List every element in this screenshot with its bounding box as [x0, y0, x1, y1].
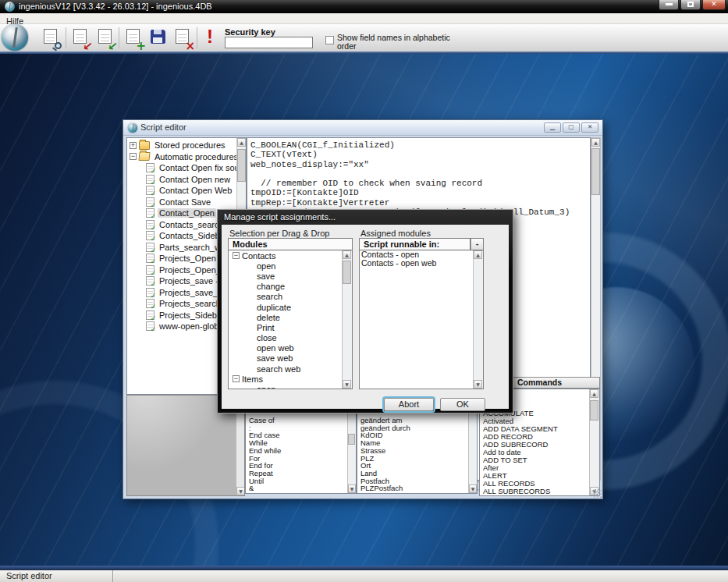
menu-hilfe[interactable]: Hilfe — [0, 16, 30, 26]
scroll-up-icon[interactable]: ▲ — [474, 250, 482, 259]
alphabetic-order-label: Show field names in alphabetic order — [337, 34, 458, 51]
ok-button[interactable]: OK — [440, 398, 485, 411]
window-close-button[interactable]: ✕ — [581, 122, 598, 133]
item-label: open web — [257, 343, 294, 353]
item-label: open — [257, 261, 275, 271]
module-item[interactable]: search — [229, 292, 342, 302]
red-x-icon: × — [185, 41, 195, 51]
keyword-item[interactable]: End while — [247, 447, 346, 455]
code-line[interactable]: tmpRep:=[Kontakte]Vertreter — [250, 198, 590, 208]
item-label: delete — [257, 313, 280, 322]
tree-item[interactable]: −Automatic procedures — [127, 151, 246, 163]
code-line[interactable]: tmpOID:=[Kontakte]OID — [250, 188, 590, 197]
minimize-button[interactable] — [659, 0, 679, 10]
keyword-item[interactable]: & — [247, 484, 346, 492]
tree-item[interactable]: Contact Open new — [127, 174, 246, 186]
scroll-up-icon[interactable]: ▲ — [590, 389, 598, 398]
expander-plus-icon[interactable]: + — [130, 142, 137, 149]
module-item[interactable]: search web — [229, 364, 342, 374]
window-minimize-button[interactable]: ▁ — [544, 122, 561, 133]
item-label: save — [257, 271, 275, 281]
export-script-button[interactable]: ← — [95, 27, 117, 49]
code-line[interactable]: web_notes_display:="xx" — [250, 160, 590, 169]
module-item[interactable]: −Contacts — [229, 250, 342, 261]
tree-item[interactable]: Contact Save — [127, 197, 246, 208]
module-item[interactable]: open — [229, 384, 342, 389]
remove-assignment-button[interactable]: - — [471, 239, 483, 250]
expander-minus-icon[interactable]: − — [130, 153, 137, 160]
module-item[interactable]: open — [229, 261, 342, 271]
scroll-thumb[interactable] — [237, 149, 246, 182]
module-item[interactable]: open web — [229, 343, 342, 353]
execute-exclamation-icon[interactable]: ! — [203, 27, 217, 48]
close-button[interactable]: ✕ — [702, 0, 726, 10]
security-key-input[interactable] — [225, 37, 313, 48]
scroll-down-icon[interactable]: ▼ — [236, 487, 245, 495]
fields-scrollbar[interactable]: ▼ — [468, 407, 477, 493]
code-line[interactable]: C_TEXT(vText) — [250, 150, 590, 159]
save-script-button[interactable] — [147, 27, 169, 49]
scroll-up-icon[interactable]: ▲ — [237, 138, 246, 147]
script-icon — [146, 197, 154, 207]
scroll-down-icon[interactable]: ▼ — [348, 484, 356, 493]
module-item[interactable]: duplicate — [229, 302, 342, 312]
module-item[interactable]: −Items — [229, 374, 342, 384]
item-label: Stored procedures — [153, 140, 227, 150]
modules-scrollbar[interactable]: ▲ ▼ — [342, 250, 352, 389]
code-line[interactable]: // remember OID to check when svaing rec… — [250, 179, 590, 188]
module-item[interactable]: save web — [229, 353, 342, 364]
field-item[interactable]: Tel — [358, 492, 467, 493]
new-script-button[interactable]: + — [123, 27, 145, 49]
statusbar-window-name[interactable]: Script editor — [0, 570, 113, 582]
tree-item[interactable]: Contact Open fix source — [127, 162, 246, 174]
item-label: search — [257, 292, 282, 301]
scroll-thumb[interactable] — [591, 148, 600, 195]
keywords-scrollbar[interactable]: ▼ — [347, 407, 356, 493]
dialog-titlebar[interactable]: Manage script assignments... — [221, 211, 510, 224]
code-line[interactable]: C_BOOLEAN(CGI_f_Initialized) — [250, 140, 590, 150]
scroll-up-icon[interactable]: ▲ — [343, 250, 351, 259]
module-item[interactable]: Print — [229, 322, 342, 332]
scroll-down-icon[interactable]: ▼ — [343, 380, 351, 389]
manage-script-assignments-dialog: Manage script assignments... Selection p… — [217, 209, 513, 413]
import-script-button[interactable]: ← — [70, 27, 92, 49]
module-item[interactable]: save — [229, 271, 342, 281]
delete-script-button[interactable]: × — [172, 27, 194, 49]
script-list-search-button[interactable] — [41, 27, 62, 49]
resize-grip[interactable] — [593, 489, 602, 498]
script-editor-titlebar[interactable]: Script editor ▁ ▢ ✕ — [123, 120, 602, 136]
assigned-item[interactable]: Contacts - open web — [360, 259, 473, 268]
scroll-thumb[interactable] — [348, 434, 355, 445]
tree-item[interactable]: Contact Open Web — [127, 185, 246, 197]
scroll-up-icon[interactable]: ▲ — [591, 138, 600, 147]
module-item[interactable]: close — [229, 333, 342, 343]
toolbar-divider — [0, 51, 728, 54]
field-item[interactable]: PLZ — [358, 455, 467, 463]
commands-scrollbar[interactable]: ▲ ▼ — [589, 389, 599, 495]
scroll-down-icon[interactable]: ▼ — [469, 484, 477, 493]
script-icon — [146, 311, 154, 320]
keyword-item[interactable]: | — [247, 492, 346, 493]
maximize-button[interactable] — [680, 0, 701, 10]
abort-button[interactable]: Abort — [384, 398, 434, 411]
scroll-thumb[interactable] — [590, 400, 598, 421]
field-item[interactable]: Strasse — [358, 447, 467, 455]
module-item[interactable]: delete — [229, 312, 342, 322]
module-item[interactable]: change — [229, 282, 342, 292]
scroll-thumb[interactable] — [343, 261, 351, 284]
tree-item[interactable]: +Stored procedures — [127, 140, 246, 151]
code-line[interactable] — [250, 169, 590, 179]
scroll-down-icon[interactable]: ▼ — [474, 380, 482, 389]
expander-minus-icon[interactable]: − — [233, 375, 240, 382]
screen: ingeniousV12 [V3.3.42 - 26.03.12] - inge… — [0, 0, 728, 582]
field-item[interactable]: PLZPostfach — [358, 484, 467, 492]
window-maximize-button[interactable]: ▢ — [563, 122, 580, 133]
alphabetic-order-checkbox[interactable] — [325, 36, 334, 44]
script-icon — [146, 276, 154, 286]
keyword-item[interactable]: Until — [247, 477, 346, 485]
expander-minus-icon[interactable]: − — [233, 252, 240, 259]
script-icon — [146, 265, 154, 275]
keyword-item[interactable]: Case of — [247, 417, 346, 424]
app-logo-icon-large — [2, 24, 28, 51]
assigned-scrollbar[interactable]: ▲ ▼ — [473, 250, 483, 389]
